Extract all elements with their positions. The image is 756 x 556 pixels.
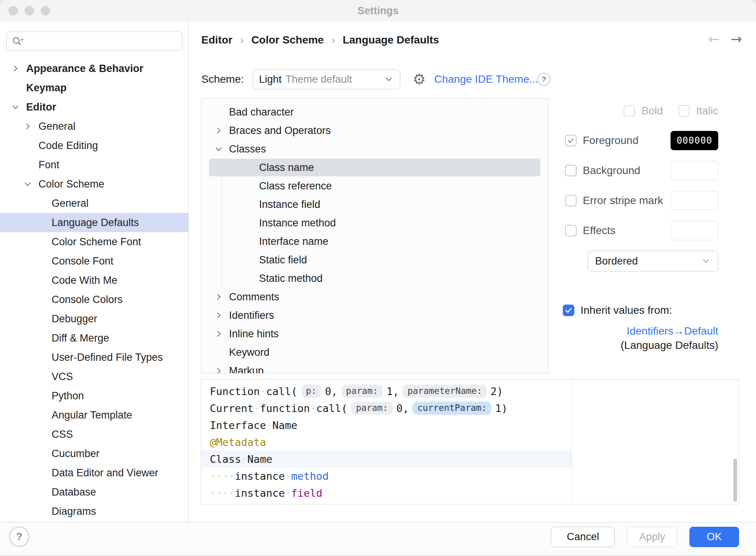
- change-ide-theme-link[interactable]: Change IDE Theme...: [434, 69, 538, 89]
- tree-item-instance-field[interactable]: Instance field: [201, 195, 548, 214]
- tree-item-static-method[interactable]: Static method: [201, 269, 548, 288]
- sidebar-item-label: General: [38, 121, 75, 132]
- forward-arrow-icon[interactable]: →: [731, 31, 742, 48]
- preview-line: Interface·Name: [201, 417, 572, 434]
- inherit-source-link[interactable]: Identifiers→Default: [627, 325, 718, 337]
- sidebar-item-diff-merge[interactable]: Diff & Merge: [0, 328, 188, 348]
- tree-item-keyword[interactable]: Keyword: [201, 343, 548, 362]
- italic-checkbox[interactable]: [678, 105, 690, 117]
- sidebar-item-debugger[interactable]: Debugger: [0, 309, 188, 328]
- breadcrumb-item-language-defaults[interactable]: Language Defaults: [343, 34, 439, 46]
- effects-row: Effects: [565, 221, 616, 240]
- tree-item-classes[interactable]: Classes: [201, 140, 548, 158]
- sidebar-item-css[interactable]: CSS: [0, 425, 188, 444]
- sidebar-item-color-scheme-font[interactable]: Color Scheme Font: [0, 232, 188, 251]
- chevron-right-icon[interactable]: [213, 366, 224, 373]
- sidebar-item-label: Angular Template: [52, 409, 132, 421]
- sidebar-item-console-colors[interactable]: Console Colors: [0, 290, 188, 309]
- sidebar-item-cucumber[interactable]: Cucumber: [0, 444, 188, 463]
- sidebar-item-language-defaults[interactable]: Language Defaults: [0, 213, 188, 232]
- error-stripe-color-field[interactable]: [671, 191, 718, 210]
- sidebar-item-label: Color Scheme Font: [52, 236, 141, 248]
- italic-label: Italic: [696, 105, 718, 117]
- sidebar-item-editor[interactable]: Editor: [0, 97, 188, 117]
- chevron-right-icon[interactable]: [213, 311, 224, 320]
- tree-item-inline-hints[interactable]: Inline hints: [201, 325, 548, 343]
- sidebar-item-database[interactable]: Database: [0, 482, 188, 502]
- tree-item-static-field[interactable]: Static field: [201, 251, 548, 269]
- error-stripe-checkbox[interactable]: [565, 195, 577, 206]
- foreground-row: Foreground: [565, 131, 639, 150]
- chevron-right-icon[interactable]: [22, 122, 34, 131]
- foreground-color-field[interactable]: 000000: [671, 131, 718, 150]
- footer-bar: ? Cancel Apply OK: [0, 522, 756, 556]
- effects-color-field[interactable]: [671, 221, 718, 240]
- chevron-down-icon[interactable]: [9, 102, 22, 112]
- chevron-right-icon[interactable]: [9, 64, 22, 73]
- sidebar-item-code-with-me[interactable]: Code With Me: [0, 271, 188, 290]
- scheme-help-icon[interactable]: ?: [537, 73, 550, 86]
- code-token: ·: [266, 419, 272, 431]
- tree-item-label: Instance method: [259, 217, 336, 229]
- sidebar-item-diagrams[interactable]: Diagrams: [0, 502, 188, 521]
- tree-item-identifiers[interactable]: Identifiers: [201, 306, 548, 325]
- effects-checkbox[interactable]: [565, 225, 577, 236]
- bold-checkbox[interactable]: [624, 105, 635, 117]
- sidebar-item-vcs[interactable]: VCS: [0, 367, 188, 386]
- breadcrumb-item-color-scheme[interactable]: Color Scheme: [251, 34, 324, 46]
- search-box[interactable]: [6, 32, 182, 51]
- tree-item-class-reference[interactable]: Class reference: [201, 177, 548, 195]
- sidebar-item-python[interactable]: Python: [0, 386, 188, 405]
- sidebar-item-font[interactable]: Font: [0, 155, 188, 174]
- scheme-value: Light: [259, 74, 282, 85]
- foreground-label: Foreground: [583, 134, 639, 147]
- scheme-select[interactable]: Light Theme default: [253, 69, 400, 89]
- tree-item-markup[interactable]: Markup: [201, 362, 548, 373]
- tree-item-class-name[interactable]: Class name: [201, 158, 548, 177]
- sidebar-item-general[interactable]: General: [0, 117, 188, 136]
- preview-scrollbar[interactable]: [733, 459, 737, 502]
- chevron-down-icon[interactable]: [213, 144, 224, 154]
- background-color-field[interactable]: [671, 161, 718, 180]
- inherit-values-row[interactable]: Inherit values from:: [563, 301, 672, 320]
- foreground-checkbox[interactable]: [565, 135, 577, 146]
- tree-item-comments[interactable]: Comments: [201, 288, 548, 306]
- search-input[interactable]: [27, 35, 177, 48]
- background-checkbox[interactable]: [565, 165, 577, 176]
- cancel-button[interactable]: Cancel: [551, 527, 615, 547]
- scheme-label: Scheme:: [201, 69, 244, 89]
- tree-item-braces-and-operators[interactable]: Braces and Operators: [201, 121, 548, 140]
- breadcrumb-item-editor[interactable]: Editor: [201, 34, 232, 46]
- ok-button[interactable]: OK: [689, 527, 739, 547]
- sidebar-item-angular-template[interactable]: Angular Template: [0, 405, 188, 425]
- sidebar-item-data-editor-and-viewer[interactable]: Data Editor and Viewer: [0, 463, 188, 482]
- sidebar-item-keymap[interactable]: Keymap: [0, 78, 188, 97]
- sidebar-item-user-defined-file-types[interactable]: User-Defined File Types: [0, 348, 188, 367]
- effects-style-select[interactable]: Bordered: [588, 251, 718, 271]
- chevron-right-icon[interactable]: [213, 292, 224, 301]
- help-button[interactable]: ?: [9, 527, 29, 547]
- apply-button[interactable]: Apply: [627, 527, 677, 547]
- sidebar-item-color-scheme[interactable]: Color Scheme: [0, 174, 188, 194]
- chevron-down-icon[interactable]: [22, 179, 34, 189]
- code-token: 2): [490, 385, 503, 397]
- footer-buttons: Cancel Apply OK: [551, 527, 739, 547]
- back-arrow-icon[interactable]: ←: [708, 31, 720, 48]
- italic-checkbox-group[interactable]: Italic: [678, 105, 718, 117]
- preview-line-caret-row: Class·Name: [201, 450, 572, 467]
- chevron-right-icon[interactable]: [213, 329, 224, 338]
- sidebar-item-general[interactable]: General: [0, 194, 188, 213]
- sidebar-item-console-font[interactable]: Console Font: [0, 251, 188, 271]
- tree-item-instance-method[interactable]: Instance method: [201, 214, 548, 232]
- sidebar-item-appearance-behavior[interactable]: Appearance & Behavior: [0, 59, 188, 78]
- history-navigation: ← →: [708, 31, 742, 48]
- bold-checkbox-group[interactable]: Bold: [624, 105, 663, 117]
- tree-item-bad-character[interactable]: Bad character: [201, 103, 548, 121]
- sidebar-item-code-editing[interactable]: Code Editing: [0, 136, 188, 155]
- inherit-values-checkbox[interactable]: [563, 305, 574, 316]
- gear-icon[interactable]: ⚙: [408, 69, 430, 89]
- sidebar-item-label: CSS: [52, 429, 73, 440]
- chevron-right-icon[interactable]: [213, 126, 224, 135]
- code-token: ·: [285, 470, 291, 482]
- tree-item-interface-name[interactable]: Interface name: [201, 232, 548, 251]
